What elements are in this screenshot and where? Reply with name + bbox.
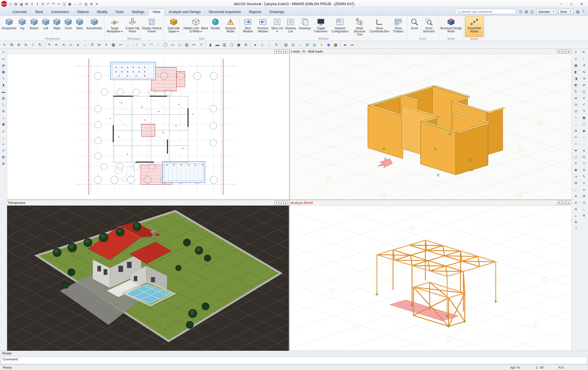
camera-icon[interactable]: ◉: [325, 41, 332, 48]
status-zoom-percent[interactable]: % 8: [551, 365, 571, 370]
viewport-maximize-button[interactable]: ▲: [566, 49, 570, 53]
minimize-button[interactable]: ─: [556, 1, 566, 7]
zoom-in-icon[interactable]: ⊕: [15, 41, 22, 48]
tab-concrete[interactable]: Concrete: [9, 9, 31, 15]
analysis-model-drawing[interactable]: [290, 206, 572, 351]
viewport-menu-button[interactable]: ▼: [275, 49, 279, 53]
zoom-button[interactable]: Zoom: [408, 16, 421, 37]
render-drawing[interactable]: [7, 206, 289, 351]
load-tool-icon[interactable]: ↓: [266, 41, 273, 48]
undo2-icon[interactable]: ↶: [581, 102, 587, 108]
show-structure-tree-button[interactable]: Show Structure Tree: [350, 16, 369, 37]
pencil-icon[interactable]: ✏: [53, 41, 60, 48]
axes2-icon[interactable]: ∟: [573, 187, 579, 193]
solid-with-edges-button[interactable]: Solid with Edges ▾: [164, 16, 183, 37]
wall-loads-drawing[interactable]: [290, 54, 572, 199]
wall-icon[interactable]: ▥: [1, 95, 7, 101]
foundation-tool-icon[interactable]: ▣: [235, 41, 242, 48]
story-up-icon[interactable]: ⇑: [573, 49, 579, 55]
tab-drawings[interactable]: Drawings: [265, 9, 288, 15]
find-icon[interactable]: ⊚: [581, 167, 587, 173]
layers-list-icon[interactable]: ▤: [282, 41, 289, 48]
match-icon[interactable]: ≍: [581, 180, 587, 186]
measure-diameter-icon[interactable]: ⌀: [74, 41, 81, 48]
drawing-list-button[interactable]: Drawing List: [283, 16, 298, 37]
array-icon[interactable]: ▦: [110, 41, 117, 48]
viewport-north-button[interactable]: N: [562, 49, 566, 53]
camera2-icon[interactable]: ◉: [573, 167, 579, 173]
viewport-maximize-button[interactable]: ▲: [284, 49, 288, 53]
redo2-icon[interactable]: ↷: [581, 108, 587, 114]
leader-icon[interactable]: ↗: [198, 41, 204, 48]
labels-icon[interactable]: A: [573, 193, 579, 199]
options-icon[interactable]: ⚙: [581, 213, 587, 219]
display-icon[interactable]: ◫: [529, 9, 535, 14]
zoom-out2-icon[interactable]: ⊖: [573, 102, 579, 108]
dimension-icon[interactable]: ↦: [190, 41, 197, 48]
front-view-button[interactable]: Front: [63, 16, 74, 37]
command-input[interactable]: Command :: [1, 357, 587, 364]
load-icon[interactable]: ↓: [1, 134, 7, 140]
eraser-icon[interactable]: ▱: [67, 41, 74, 48]
walkthrough-icon[interactable]: ↝: [573, 173, 579, 179]
save-icon[interactable]: ◪: [18, 1, 24, 7]
viewport-floor-plan[interactable]: ▼N▲: [7, 49, 289, 199]
wireframe-icon[interactable]: ▱: [573, 141, 579, 147]
stories-icon[interactable]: ▦: [1, 69, 7, 75]
stretch-icon[interactable]: ⇄: [581, 82, 587, 88]
open-file-icon[interactable]: ▤: [13, 1, 18, 7]
rotate-icon[interactable]: ↺: [89, 41, 95, 48]
cut-icon[interactable]: ✂: [56, 1, 62, 7]
tab-modify[interactable]: Modify: [93, 9, 111, 15]
right-view-button[interactable]: Right: [51, 16, 63, 37]
grid-toggle-icon[interactable]: ⊟: [304, 41, 311, 48]
beam-icon[interactable]: ▬: [1, 89, 7, 95]
line-icon[interactable]: ∕: [134, 41, 140, 48]
front-view2-icon[interactable]: ◧: [573, 69, 579, 75]
dims-icon[interactable]: ⌀: [573, 200, 579, 206]
layers-panel-icon[interactable]: ▤: [1, 62, 7, 68]
tab-connection[interactable]: Connection: [47, 9, 73, 15]
support-tool-icon[interactable]: ⊥: [259, 41, 266, 48]
sun-icon[interactable]: ☀: [318, 41, 325, 48]
orbit-icon[interactable]: ↻: [573, 89, 579, 95]
viewport-wall-loads[interactable]: Loads : G - Wall loads ▼N▲: [290, 49, 572, 199]
paint-icon[interactable]: ✎: [581, 173, 587, 179]
rectangle-icon[interactable]: ▭: [169, 41, 176, 48]
select2-icon[interactable]: ⇱: [581, 49, 587, 55]
export-icon[interactable]: ↥: [35, 1, 40, 7]
viewport-north-button[interactable]: N: [562, 201, 566, 205]
clip-plane-icon[interactable]: ✂: [573, 134, 579, 140]
hidden-line-button[interactable]: Hidden Line - Black & White ▾: [183, 16, 209, 37]
perspective-button[interactable]: Perspective: [2, 16, 16, 37]
roof-icon[interactable]: ⌂: [1, 115, 7, 121]
viewport-maximize-button[interactable]: ▲: [566, 201, 570, 205]
tab-settings[interactable]: Settings: [128, 9, 148, 15]
save-all-icon[interactable]: ⊞: [24, 1, 29, 7]
tab-analysis-and-design[interactable]: Analysis and Design: [165, 9, 205, 15]
back-view-button[interactable]: Back: [74, 16, 85, 37]
undo-icon[interactable]: ↶: [45, 1, 51, 7]
foundation-icon[interactable]: ▣: [1, 121, 7, 127]
story-down-icon[interactable]: ⇓: [573, 56, 579, 62]
slab-icon[interactable]: ▢: [1, 102, 7, 108]
rotate2-icon[interactable]: ↺: [581, 62, 587, 68]
tab-reports[interactable]: Reports: [245, 9, 265, 15]
grid-icon[interactable]: ⊟: [78, 1, 83, 7]
show-icon[interactable]: ●: [581, 147, 587, 153]
mirror-icon[interactable]: ⇋: [96, 41, 103, 48]
slab-tool-icon[interactable]: ▢: [228, 41, 235, 48]
customize-quick-access-icon[interactable]: ▾: [94, 1, 99, 7]
measure-icon[interactable]: ↔: [72, 1, 78, 7]
isolate-icon[interactable]: ◎: [581, 154, 587, 160]
help-icon[interactable]: ?: [581, 9, 586, 14]
zoom-fit-icon[interactable]: ⊡: [573, 108, 579, 114]
select-arrow-icon[interactable]: ⇖: [1, 41, 8, 48]
viewport-menu-button[interactable]: ▼: [557, 49, 561, 53]
node-tool-icon[interactable]: ●: [252, 41, 259, 48]
stair-tool-icon[interactable]: ≣: [242, 41, 249, 48]
viewport-maximize-button[interactable]: ▲: [284, 201, 288, 205]
style-select[interactable]: Style ▼: [558, 9, 574, 14]
standart-select[interactable]: Standart ▼: [536, 9, 557, 14]
polygon-icon[interactable]: ◇: [176, 41, 183, 48]
